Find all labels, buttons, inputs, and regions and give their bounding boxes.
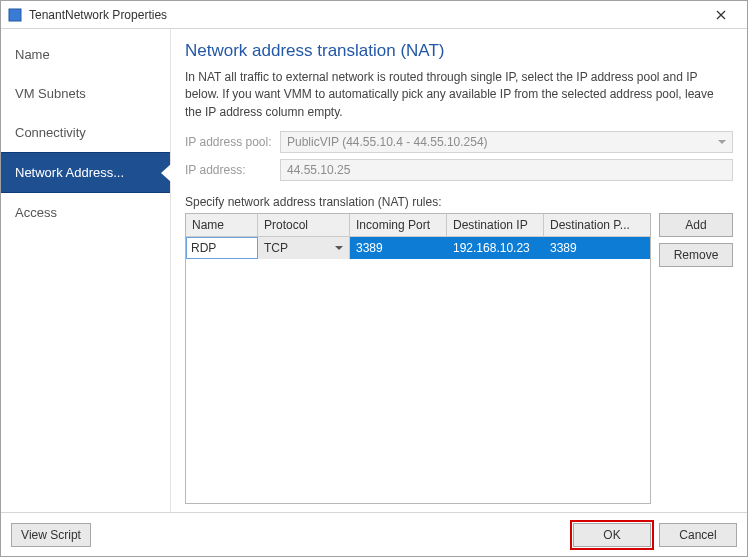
cancel-button[interactable]: Cancel <box>659 523 737 547</box>
ip-address-label: IP address: <box>185 163 280 177</box>
ip-address-row: IP address: 44.55.10.25 <box>185 159 733 181</box>
rules-label: Specify network address translation (NAT… <box>185 195 733 209</box>
chevron-down-icon <box>335 246 343 250</box>
add-button[interactable]: Add <box>659 213 733 237</box>
sidebar-item-label: Access <box>15 205 57 220</box>
grid-body: RDP TCP 3389 192.168.10.23 3389 <box>186 237 650 503</box>
ip-pool-row: IP address pool: PublicVIP (44.55.10.4 -… <box>185 131 733 153</box>
cell-destport[interactable]: 3389 <box>544 237 650 259</box>
rules-grid: Name Protocol Incoming Port Destination … <box>185 213 651 504</box>
dialog-footer: View Script OK Cancel <box>1 512 747 556</box>
ok-button[interactable]: OK <box>573 523 651 547</box>
dialog-window: TenantNetwork Properties Name VM Subnets… <box>0 0 748 557</box>
svg-rect-0 <box>9 9 21 21</box>
cell-name[interactable]: RDP <box>186 237 258 259</box>
sidebar-item-vmsubnets[interactable]: VM Subnets <box>1 74 170 113</box>
sidebar-item-label: VM Subnets <box>15 86 86 101</box>
grid-header: Name Protocol Incoming Port Destination … <box>186 214 650 237</box>
table-row[interactable]: RDP TCP 3389 192.168.10.23 3389 <box>186 237 650 259</box>
sidebar-item-name[interactable]: Name <box>1 35 170 74</box>
column-header-protocol[interactable]: Protocol <box>258 214 350 236</box>
main-panel: Network address translation (NAT) In NAT… <box>171 29 747 512</box>
sidebar-item-label: Name <box>15 47 50 62</box>
dialog-body: Name VM Subnets Connectivity Network Add… <box>1 29 747 512</box>
cell-protocol[interactable]: TCP <box>258 237 350 259</box>
page-description: In NAT all traffic to external network i… <box>185 69 733 121</box>
column-header-destip[interactable]: Destination IP <box>447 214 544 236</box>
view-script-button[interactable]: View Script <box>11 523 91 547</box>
ip-pool-select[interactable]: PublicVIP (44.55.10.4 - 44.55.10.254) <box>280 131 733 153</box>
cell-protocol-value: TCP <box>264 241 288 255</box>
close-button[interactable] <box>701 1 741 28</box>
sidebar-item-access[interactable]: Access <box>1 193 170 232</box>
titlebar: TenantNetwork Properties <box>1 1 747 29</box>
cell-incoming[interactable]: 3389 <box>350 237 447 259</box>
rules-area: Name Protocol Incoming Port Destination … <box>185 213 733 504</box>
remove-button[interactable]: Remove <box>659 243 733 267</box>
chevron-down-icon <box>718 140 726 144</box>
sidebar-item-connectivity[interactable]: Connectivity <box>1 113 170 152</box>
ip-address-input[interactable]: 44.55.10.25 <box>280 159 733 181</box>
rules-buttons: Add Remove <box>659 213 733 504</box>
sidebar-item-label: Network Address... <box>15 165 124 180</box>
page-title: Network address translation (NAT) <box>185 41 733 61</box>
sidebar-item-label: Connectivity <box>15 125 86 140</box>
window-title: TenantNetwork Properties <box>29 8 701 22</box>
sidebar: Name VM Subnets Connectivity Network Add… <box>1 29 171 512</box>
app-icon <box>7 7 23 23</box>
ip-pool-label: IP address pool: <box>185 135 280 149</box>
sidebar-item-network-address[interactable]: Network Address... <box>1 152 170 193</box>
column-header-incoming[interactable]: Incoming Port <box>350 214 447 236</box>
ip-pool-value: PublicVIP (44.55.10.4 - 44.55.10.254) <box>287 135 488 149</box>
column-header-name[interactable]: Name <box>186 214 258 236</box>
cell-destip[interactable]: 192.168.10.23 <box>447 237 544 259</box>
column-header-destport[interactable]: Destination P... <box>544 214 650 236</box>
ip-address-value: 44.55.10.25 <box>287 163 350 177</box>
